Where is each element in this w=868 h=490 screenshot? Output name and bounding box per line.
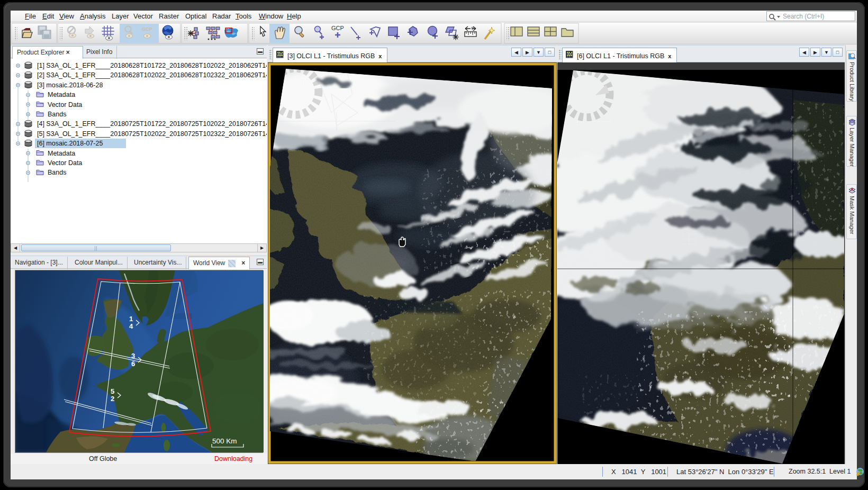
svg-text:500 Km: 500 Km <box>212 437 237 445</box>
svg-text:[2] S3A_OL_1_EFR____20180628T1: [2] S3A_OL_1_EFR____20180628T102022_2018… <box>37 71 267 79</box>
svg-text:[5] S3A_OL_1_EFR____20180725T1: [5] S3A_OL_1_EFR____20180725T102022_2018… <box>37 130 267 138</box>
svg-text:[4] S3A_OL_1_EFR____20180725T1: [4] S3A_OL_1_EFR____20180725T101722_2018… <box>37 120 267 128</box>
svg-text:[3] mosaic.2018-06-28: [3] mosaic.2018-06-28 <box>37 81 103 89</box>
svg-text:GCP: GCP <box>331 25 344 31</box>
svg-text:3: 3 <box>131 352 135 360</box>
svg-text:2: 2 <box>111 395 114 403</box>
svg-text:4: 4 <box>129 322 133 330</box>
svg-text:GCP: GCP <box>142 26 152 32</box>
svg-text:[1] S3A_OL_1_EFR____20180628T1: [1] S3A_OL_1_EFR____20180628T101722_2018… <box>37 62 267 69</box>
svg-text:[6] mosaic.2018-07-25: [6] mosaic.2018-07-25 <box>37 140 103 147</box>
svg-text:5: 5 <box>111 387 114 395</box>
svg-text:Vector Data: Vector Data <box>48 159 82 167</box>
svg-text:6: 6 <box>131 360 135 368</box>
svg-text:Vector Data: Vector Data <box>48 101 82 108</box>
svg-text:Metadata: Metadata <box>48 150 75 157</box>
svg-text:Metadata: Metadata <box>48 91 75 98</box>
svg-text:Bands: Bands <box>48 169 66 176</box>
svg-text:1: 1 <box>129 315 133 323</box>
svg-text:Bands: Bands <box>48 111 66 118</box>
